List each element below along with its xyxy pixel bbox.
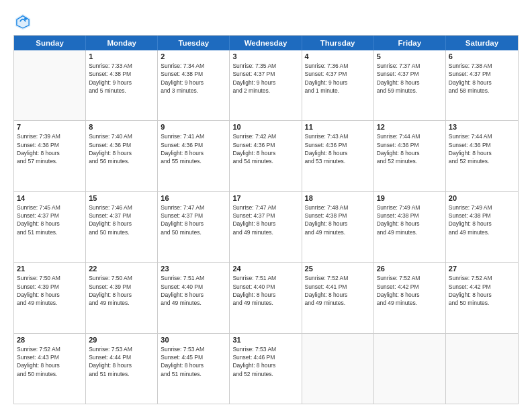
calendar-cell: 25Sunrise: 7:52 AM Sunset: 4:41 PM Dayli… <box>302 263 374 332</box>
calendar-cell: 12Sunrise: 7:44 AM Sunset: 4:36 PM Dayli… <box>374 121 446 191</box>
calendar-cell: 1Sunrise: 7:33 AM Sunset: 4:38 PM Daylig… <box>86 50 158 120</box>
day-number: 11 <box>305 123 371 131</box>
calendar-cell: 15Sunrise: 7:46 AM Sunset: 4:37 PM Dayli… <box>86 192 158 262</box>
day-info: Sunrise: 7:48 AM Sunset: 4:38 PM Dayligh… <box>305 203 371 236</box>
day-number: 14 <box>17 194 83 202</box>
day-info: Sunrise: 7:52 AM Sunset: 4:42 PM Dayligh… <box>377 274 443 307</box>
day-info: Sunrise: 7:35 AM Sunset: 4:37 PM Dayligh… <box>232 62 298 95</box>
day-info: Sunrise: 7:51 AM Sunset: 4:40 PM Dayligh… <box>161 274 226 307</box>
day-info: Sunrise: 7:50 AM Sunset: 4:39 PM Dayligh… <box>17 274 83 307</box>
header-day-friday: Friday <box>374 36 446 50</box>
header-day-saturday: Saturday <box>446 36 518 50</box>
day-number: 22 <box>89 265 154 273</box>
day-number: 3 <box>232 52 298 60</box>
day-info: Sunrise: 7:42 AM Sunset: 4:36 PM Dayligh… <box>232 132 298 165</box>
calendar-cell: 28Sunrise: 7:52 AM Sunset: 4:43 PM Dayli… <box>14 334 86 404</box>
page: SundayMondayTuesdayWednesdayThursdayFrid… <box>0 0 532 411</box>
day-number: 21 <box>17 265 83 273</box>
header-day-monday: Monday <box>86 36 158 50</box>
day-number: 16 <box>161 194 226 202</box>
svg-point-2 <box>24 17 27 20</box>
calendar-body: 1Sunrise: 7:33 AM Sunset: 4:38 PM Daylig… <box>14 50 518 404</box>
day-number: 18 <box>305 194 371 202</box>
day-info: Sunrise: 7:43 AM Sunset: 4:36 PM Dayligh… <box>305 132 371 165</box>
calendar-cell: 14Sunrise: 7:45 AM Sunset: 4:37 PM Dayli… <box>14 192 86 262</box>
logo <box>13 12 35 31</box>
day-info: Sunrise: 7:45 AM Sunset: 4:37 PM Dayligh… <box>17 203 83 236</box>
day-number: 31 <box>232 336 298 344</box>
day-info: Sunrise: 7:52 AM Sunset: 4:42 PM Dayligh… <box>449 274 515 307</box>
day-info: Sunrise: 7:53 AM Sunset: 4:44 PM Dayligh… <box>89 345 154 378</box>
calendar-cell <box>446 334 518 404</box>
day-number: 24 <box>232 265 298 273</box>
day-info: Sunrise: 7:47 AM Sunset: 4:37 PM Dayligh… <box>161 203 226 236</box>
calendar-row-4: 28Sunrise: 7:52 AM Sunset: 4:43 PM Dayli… <box>14 333 518 404</box>
day-number: 12 <box>377 123 443 131</box>
calendar: SundayMondayTuesdayWednesdayThursdayFrid… <box>13 35 519 404</box>
calendar-cell: 27Sunrise: 7:52 AM Sunset: 4:42 PM Dayli… <box>446 263 518 332</box>
calendar-cell: 21Sunrise: 7:50 AM Sunset: 4:39 PM Dayli… <box>14 263 86 332</box>
day-info: Sunrise: 7:34 AM Sunset: 4:38 PM Dayligh… <box>161 62 226 95</box>
day-number: 8 <box>89 123 154 131</box>
calendar-cell: 30Sunrise: 7:53 AM Sunset: 4:45 PM Dayli… <box>158 334 230 404</box>
day-info: Sunrise: 7:50 AM Sunset: 4:39 PM Dayligh… <box>89 274 154 307</box>
calendar-cell: 26Sunrise: 7:52 AM Sunset: 4:42 PM Dayli… <box>374 263 446 332</box>
day-info: Sunrise: 7:47 AM Sunset: 4:37 PM Dayligh… <box>232 203 298 236</box>
day-info: Sunrise: 7:49 AM Sunset: 4:38 PM Dayligh… <box>377 203 443 236</box>
day-info: Sunrise: 7:41 AM Sunset: 4:36 PM Dayligh… <box>161 132 226 165</box>
calendar-cell: 16Sunrise: 7:47 AM Sunset: 4:37 PM Dayli… <box>158 192 230 262</box>
calendar-row-1: 7Sunrise: 7:39 AM Sunset: 4:36 PM Daylig… <box>14 120 518 191</box>
calendar-cell: 23Sunrise: 7:51 AM Sunset: 4:40 PM Dayli… <box>158 263 230 332</box>
day-info: Sunrise: 7:53 AM Sunset: 4:46 PM Dayligh… <box>232 345 298 378</box>
day-number: 9 <box>161 123 226 131</box>
day-info: Sunrise: 7:52 AM Sunset: 4:41 PM Dayligh… <box>305 274 371 307</box>
logo-icon <box>13 12 32 31</box>
day-info: Sunrise: 7:53 AM Sunset: 4:45 PM Dayligh… <box>161 345 226 378</box>
calendar-cell: 3Sunrise: 7:35 AM Sunset: 4:37 PM Daylig… <box>230 50 302 120</box>
day-number: 20 <box>449 194 515 202</box>
day-info: Sunrise: 7:33 AM Sunset: 4:38 PM Dayligh… <box>89 62 154 95</box>
day-info: Sunrise: 7:46 AM Sunset: 4:37 PM Dayligh… <box>89 203 154 236</box>
header-day-thursday: Thursday <box>302 36 374 50</box>
header-day-sunday: Sunday <box>14 36 86 50</box>
calendar-cell: 20Sunrise: 7:49 AM Sunset: 4:38 PM Dayli… <box>446 192 518 262</box>
header <box>13 12 519 31</box>
calendar-row-0: 1Sunrise: 7:33 AM Sunset: 4:38 PM Daylig… <box>14 50 518 120</box>
day-info: Sunrise: 7:44 AM Sunset: 4:36 PM Dayligh… <box>377 132 443 165</box>
calendar-cell: 10Sunrise: 7:42 AM Sunset: 4:36 PM Dayli… <box>230 121 302 191</box>
header-day-tuesday: Tuesday <box>158 36 230 50</box>
calendar-row-2: 14Sunrise: 7:45 AM Sunset: 4:37 PM Dayli… <box>14 191 518 262</box>
header-day-wednesday: Wednesday <box>230 36 302 50</box>
day-info: Sunrise: 7:37 AM Sunset: 4:37 PM Dayligh… <box>377 62 443 95</box>
day-number: 17 <box>232 194 298 202</box>
day-info: Sunrise: 7:36 AM Sunset: 4:37 PM Dayligh… <box>305 62 371 95</box>
calendar-cell: 5Sunrise: 7:37 AM Sunset: 4:37 PM Daylig… <box>374 50 446 120</box>
day-number: 10 <box>232 123 298 131</box>
calendar-cell: 7Sunrise: 7:39 AM Sunset: 4:36 PM Daylig… <box>14 121 86 191</box>
calendar-cell: 31Sunrise: 7:53 AM Sunset: 4:46 PM Dayli… <box>230 334 302 404</box>
day-info: Sunrise: 7:52 AM Sunset: 4:43 PM Dayligh… <box>17 345 83 378</box>
calendar-cell: 17Sunrise: 7:47 AM Sunset: 4:37 PM Dayli… <box>230 192 302 262</box>
calendar-cell: 29Sunrise: 7:53 AM Sunset: 4:44 PM Dayli… <box>86 334 158 404</box>
day-number: 29 <box>89 336 154 344</box>
day-number: 2 <box>161 52 226 60</box>
day-number: 30 <box>161 336 226 344</box>
day-number: 23 <box>161 265 226 273</box>
day-info: Sunrise: 7:44 AM Sunset: 4:36 PM Dayligh… <box>449 132 515 165</box>
calendar-cell: 13Sunrise: 7:44 AM Sunset: 4:36 PM Dayli… <box>446 121 518 191</box>
day-info: Sunrise: 7:51 AM Sunset: 4:40 PM Dayligh… <box>232 274 298 307</box>
calendar-cell: 6Sunrise: 7:38 AM Sunset: 4:37 PM Daylig… <box>446 50 518 120</box>
calendar-cell: 8Sunrise: 7:40 AM Sunset: 4:36 PM Daylig… <box>86 121 158 191</box>
calendar-cell <box>302 334 374 404</box>
day-number: 27 <box>449 265 515 273</box>
calendar-cell <box>374 334 446 404</box>
day-number: 15 <box>89 194 154 202</box>
day-number: 6 <box>449 52 515 60</box>
day-number: 13 <box>449 123 515 131</box>
day-info: Sunrise: 7:40 AM Sunset: 4:36 PM Dayligh… <box>89 132 154 165</box>
day-info: Sunrise: 7:39 AM Sunset: 4:36 PM Dayligh… <box>17 132 83 165</box>
day-number: 26 <box>377 265 443 273</box>
day-info: Sunrise: 7:49 AM Sunset: 4:38 PM Dayligh… <box>449 203 515 236</box>
calendar-cell: 11Sunrise: 7:43 AM Sunset: 4:36 PM Dayli… <box>302 121 374 191</box>
calendar-cell: 18Sunrise: 7:48 AM Sunset: 4:38 PM Dayli… <box>302 192 374 262</box>
